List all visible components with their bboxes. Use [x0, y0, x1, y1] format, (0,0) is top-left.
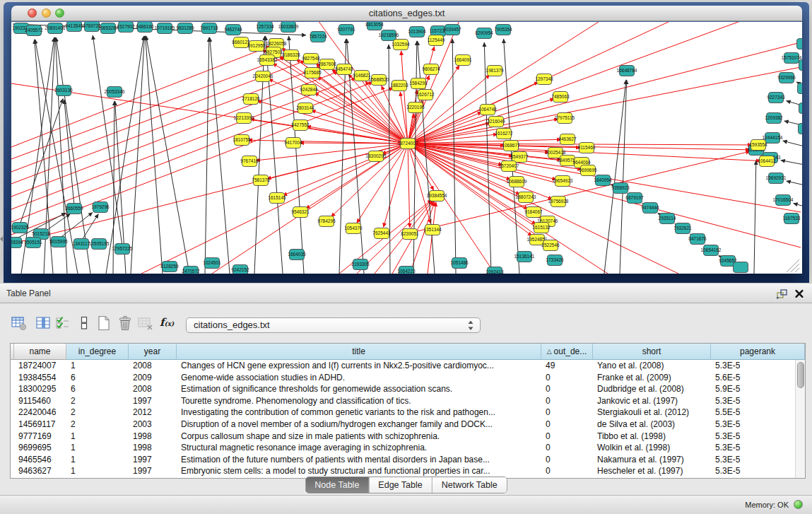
table-cell[interactable]: Changes of HCN gene expression and I(f) …: [177, 360, 541, 372]
table-cell[interactable]: 0: [541, 431, 593, 443]
network-edge[interactable]: [408, 144, 410, 228]
column-header-short[interactable]: short: [593, 344, 711, 360]
network-node[interactable]: [734, 262, 748, 273]
network-edge[interactable]: [59, 213, 93, 239]
network-edge[interactable]: [131, 36, 144, 274]
table-cell[interactable]: Investigating the contribution of common…: [177, 407, 541, 419]
table-cell[interactable]: 1: [66, 454, 129, 466]
table-row[interactable]: 977716911998Corpus callosum shape and si…: [11, 431, 795, 443]
table-cell[interactable]: 1998: [129, 442, 177, 454]
table-cell[interactable]: Franke et al. (2009): [593, 372, 711, 384]
table-mode-icon[interactable]: [11, 315, 27, 331]
scrollbar-thumb[interactable]: [797, 362, 804, 388]
table-row[interactable]: 1456911722003Disruption of a novel membe…: [11, 419, 795, 431]
table-row[interactable]: 946362711997Embryonic stem cells: a mode…: [11, 465, 795, 477]
table-cell[interactable]: 5.3E-5: [711, 442, 795, 454]
table-cell[interactable]: 19384554: [14, 372, 66, 384]
column-header-year[interactable]: year: [129, 344, 177, 360]
close-window-button[interactable]: [28, 8, 37, 18]
table-cell[interactable]: 9115460: [14, 395, 66, 407]
network-node[interactable]: [799, 124, 803, 134]
table-cell[interactable]: Stergiakouli et al. (2012): [593, 407, 711, 419]
column-header-in_degree[interactable]: in_degree: [66, 344, 129, 360]
table-cell[interactable]: 6: [66, 383, 129, 395]
tab-node-table[interactable]: Node Table: [305, 477, 369, 493]
network-edge[interactable]: [205, 37, 209, 274]
table-cell[interactable]: Genome-wide association studies in ADHD.: [177, 372, 541, 384]
row-height-icon[interactable]: [76, 315, 92, 331]
network-edge[interactable]: [401, 51, 408, 144]
network-edge[interactable]: [408, 144, 678, 274]
table-cell[interactable]: Corpus callosum shape and size in male p…: [177, 431, 541, 443]
table-cell[interactable]: Hescheler et al. (1997): [593, 465, 711, 477]
table-cell[interactable]: 18300295: [14, 383, 66, 395]
table-cell[interactable]: Tibbo et al. (1998): [593, 431, 711, 443]
table-cell[interactable]: 5.6E-5: [711, 372, 795, 384]
network-edge[interactable]: [210, 37, 230, 274]
table-cell[interactable]: 0: [541, 465, 593, 477]
network-edge[interactable]: [787, 181, 802, 185]
close-icon[interactable]: [794, 289, 804, 298]
table-cell[interactable]: 1997: [129, 465, 177, 477]
table-cell[interactable]: 5.3E-5: [711, 419, 795, 431]
table-cell[interactable]: 9699695: [14, 442, 66, 454]
table-cell[interactable]: 0: [541, 407, 593, 419]
tab-edge-table[interactable]: Edge Table: [369, 477, 432, 493]
network-edge[interactable]: [93, 35, 122, 246]
table-cell[interactable]: Estimation of the future numbers of pati…: [177, 454, 541, 466]
network-edge[interactable]: [754, 160, 756, 274]
table-row[interactable]: 946554611997Estimation of the future num…: [11, 454, 795, 466]
table-cell[interactable]: 5.3E-5: [711, 454, 795, 466]
delete-table-icon[interactable]: [138, 315, 153, 331]
network-node[interactable]: [797, 39, 803, 49]
table-cell[interactable]: Nakamura et al. (1997): [593, 454, 711, 466]
network-edge[interactable]: [384, 144, 408, 227]
table-cell[interactable]: 0: [541, 442, 593, 454]
table-cell[interactable]: 1: [66, 431, 129, 443]
network-edge[interactable]: [269, 79, 408, 144]
table-cell[interactable]: de Silva et al. (2003): [593, 419, 711, 431]
network-edge[interactable]: [783, 141, 802, 146]
table-cell[interactable]: 0: [541, 454, 593, 466]
network-canvas[interactable]: 1902339240557220891406941354997697251065…: [11, 22, 802, 274]
canvas-resize-corner[interactable]: [787, 259, 799, 272]
table-cell[interactable]: 5.3E-5: [711, 395, 795, 407]
show-columns-icon[interactable]: [36, 315, 52, 331]
zoom-window-button[interactable]: [55, 8, 64, 18]
column-header-out_de[interactable]: △out_de...: [541, 344, 593, 360]
table-cell[interactable]: 14569117: [14, 419, 66, 431]
table-cell[interactable]: 2003: [129, 419, 177, 431]
tab-network-table[interactable]: Network Table: [433, 477, 507, 493]
table-cell[interactable]: 49: [541, 360, 593, 372]
network-edge[interactable]: [146, 36, 163, 274]
table-cell[interactable]: 22420046: [14, 407, 66, 419]
network-edge[interactable]: [781, 160, 802, 165]
table-row[interactable]: 1830029562008Estimation of significance …: [11, 383, 795, 395]
table-cell[interactable]: 2: [66, 395, 129, 407]
table-cell[interactable]: Dudbridge et al. (2008): [593, 383, 711, 395]
table-cell[interactable]: 0: [541, 372, 593, 384]
table-scrollbar[interactable]: [795, 360, 805, 478]
table-cell[interactable]: 1998: [129, 431, 177, 443]
table-cell[interactable]: 2012: [129, 407, 177, 419]
table-cell[interactable]: Estimation of significance thresholds fo…: [177, 383, 541, 395]
table-cell[interactable]: 1: [66, 360, 129, 372]
table-cell[interactable]: Wolkin et al. (1998): [593, 442, 711, 454]
network-edge[interactable]: [408, 67, 801, 144]
table-cell[interactable]: 5.3E-5: [711, 360, 795, 372]
table-cell[interactable]: 1997: [129, 395, 177, 407]
column-header-title[interactable]: title: [177, 344, 541, 360]
table-cell[interactable]: 5.5E-5: [711, 407, 795, 419]
network-edge[interactable]: [20, 99, 63, 225]
network-node[interactable]: [799, 103, 803, 114]
table-row[interactable]: 911546021997Tourette syndrome. Phenomeno…: [11, 395, 795, 407]
table-cell[interactable]: 2: [66, 419, 129, 431]
network-edge[interactable]: [794, 204, 802, 206]
table-cell[interactable]: 0: [541, 419, 593, 431]
minimize-window-button[interactable]: [42, 8, 51, 18]
table-cell[interactable]: 18724007: [14, 360, 66, 372]
table-cell[interactable]: Jankovic et al. (1997): [593, 395, 711, 407]
network-window-titlebar[interactable]: citations_edges.txt: [11, 6, 802, 21]
table-row[interactable]: 1938455462009Genome-wide association stu…: [11, 372, 795, 384]
memory-status-indicator[interactable]: [794, 500, 803, 509]
